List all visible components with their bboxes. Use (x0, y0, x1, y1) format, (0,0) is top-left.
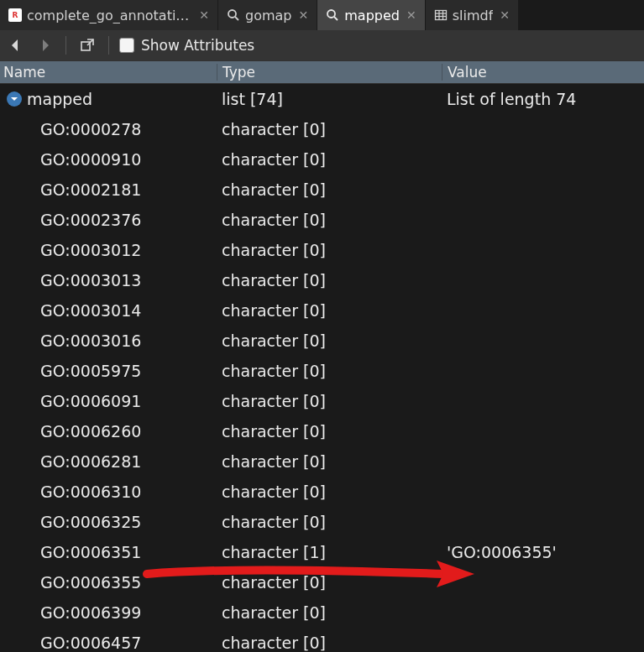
tree-item-row[interactable]: GO:0000910 character [0] (0, 144, 644, 175)
tree-item-type: character [0] (217, 241, 442, 259)
search-icon (227, 8, 240, 22)
collapse-toggle-icon[interactable] (7, 91, 22, 107)
tree-item-row[interactable]: GO:0002376 character [0] (0, 205, 644, 235)
tree-item-name: GO:0002181 (40, 180, 141, 199)
tree-item-type: character [0] (217, 362, 442, 380)
tab-label: mapped (344, 8, 400, 23)
tree-item-name: GO:0006310 (40, 482, 141, 501)
tree-item-row[interactable]: GO:0002181 character [0] (0, 175, 644, 205)
tree-item-row[interactable]: GO:0003012 character [0] (0, 235, 644, 265)
svg-line-3 (334, 17, 338, 20)
tree-root-name: mapped (27, 90, 92, 108)
tree-item-row[interactable]: GO:0006091 character [0] (0, 386, 644, 416)
svg-point-0 (228, 10, 236, 18)
tree-item-value: 'GO:0006355' (442, 543, 644, 561)
tree-item-row[interactable]: GO:0006399 character [0] (0, 597, 644, 628)
checkbox-icon (119, 38, 134, 53)
toolbar-divider (108, 36, 109, 55)
tree-item-type: character [0] (217, 513, 442, 531)
tree-item-name: GO:0006457 (40, 634, 141, 652)
column-header-type[interactable]: Type (217, 64, 442, 81)
tree-item-row[interactable]: GO:0005975 character [0] (0, 356, 644, 386)
tab-mapped[interactable]: mapped ✕ (317, 0, 425, 30)
rmd-file-icon: R (8, 8, 22, 22)
tree-item-name: GO:0005975 (40, 362, 141, 380)
tree-item-name: GO:0006399 (40, 603, 141, 622)
object-tree: mapped list [74] List of length 74 GO:00… (0, 84, 644, 652)
column-header-value[interactable]: Value (442, 64, 644, 81)
tree-item-row[interactable]: GO:0000278 character [0] (0, 114, 644, 144)
tab-label: gomap (245, 8, 292, 23)
svg-line-1 (235, 17, 238, 20)
toolbar-divider (65, 36, 66, 55)
table-icon (434, 8, 448, 22)
tree-root-value: List of length 74 (442, 90, 644, 108)
tree-item-type: character [0] (217, 422, 442, 441)
tree-item-name: GO:0006260 (40, 422, 141, 441)
tree-item-name: GO:0000910 (40, 150, 141, 169)
forward-button[interactable] (34, 34, 55, 56)
close-icon[interactable]: ✕ (498, 8, 511, 22)
close-icon[interactable]: ✕ (405, 8, 418, 22)
tree-item-row[interactable]: GO:0006351 character [1] 'GO:0006355' (0, 537, 644, 567)
tree-item-type: character [0] (217, 180, 442, 199)
tree-root-row[interactable]: mapped list [74] List of length 74 (0, 84, 644, 114)
tree-root-type: list [74] (217, 90, 442, 108)
tree-item-name: GO:0000278 (40, 120, 141, 138)
tree-item-row[interactable]: GO:0006260 character [0] (0, 416, 644, 446)
toolbar: Show Attributes (0, 30, 644, 60)
tree-item-row[interactable]: GO:0006457 character [0] (0, 628, 644, 652)
tree-item-type: character [1] (217, 543, 442, 561)
tab-gomap[interactable]: gomap ✕ (218, 0, 317, 30)
tree-item-type: character [0] (217, 211, 442, 229)
show-attributes-toggle[interactable]: Show Attributes (119, 37, 254, 54)
tree-item-name: GO:0006281 (40, 452, 141, 471)
tree-item-type: character [0] (217, 301, 442, 320)
tree-item-name: GO:0003014 (40, 301, 141, 320)
tree-item-row[interactable]: GO:0003013 character [0] (0, 265, 644, 295)
tab-notebook[interactable]: R complete_go_annotation_noteboo… ✕ (0, 0, 218, 30)
close-icon[interactable]: ✕ (297, 8, 311, 22)
tree-item-name: GO:0006091 (40, 392, 141, 410)
popout-button[interactable] (76, 34, 98, 56)
tab-label: complete_go_annotation_noteboo… (27, 8, 192, 23)
back-button[interactable] (5, 34, 27, 56)
search-icon (326, 8, 339, 22)
tree-item-row[interactable]: GO:0006325 character [0] (0, 507, 644, 537)
tab-slimdf[interactable]: slimdf ✕ (426, 0, 519, 30)
tab-bar: R complete_go_annotation_noteboo… ✕ goma… (0, 0, 644, 30)
tree-item-name: GO:0003016 (40, 331, 141, 350)
close-icon[interactable]: ✕ (197, 8, 211, 22)
tree-item-type: character [0] (217, 271, 442, 289)
svg-point-2 (327, 10, 335, 18)
tree-item-name: GO:0003012 (40, 241, 141, 259)
tree-item-type: character [0] (217, 452, 442, 471)
tree-item-row[interactable]: GO:0006355 character [0] (0, 567, 644, 597)
column-header-name[interactable]: Name (0, 64, 217, 81)
tree-item-type: character [0] (217, 150, 442, 169)
tree-item-type: character [0] (217, 634, 442, 652)
tree-item-type: character [0] (217, 603, 442, 622)
tree-item-type: character [0] (217, 392, 442, 410)
svg-rect-4 (435, 11, 446, 20)
show-attributes-label: Show Attributes (141, 37, 254, 54)
tree-item-row[interactable]: GO:0003014 character [0] (0, 295, 644, 326)
tree-item-type: character [0] (217, 331, 442, 350)
tab-label: slimdf (453, 8, 494, 23)
tree-item-name: GO:0002376 (40, 211, 141, 229)
tree-item-name: GO:0006351 (40, 543, 141, 561)
tree-item-name: GO:0003013 (40, 271, 141, 289)
column-header-row: Name Type Value (0, 60, 644, 84)
tree-item-name: GO:0006355 (40, 573, 141, 592)
tree-item-row[interactable]: GO:0003016 character [0] (0, 326, 644, 356)
tree-item-type: character [0] (217, 482, 442, 501)
tree-item-type: character [0] (217, 573, 442, 592)
tree-item-row[interactable]: GO:0006281 character [0] (0, 446, 644, 477)
tree-item-type: character [0] (217, 120, 442, 138)
tree-item-name: GO:0006325 (40, 513, 141, 531)
tree-item-row[interactable]: GO:0006310 character [0] (0, 477, 644, 507)
